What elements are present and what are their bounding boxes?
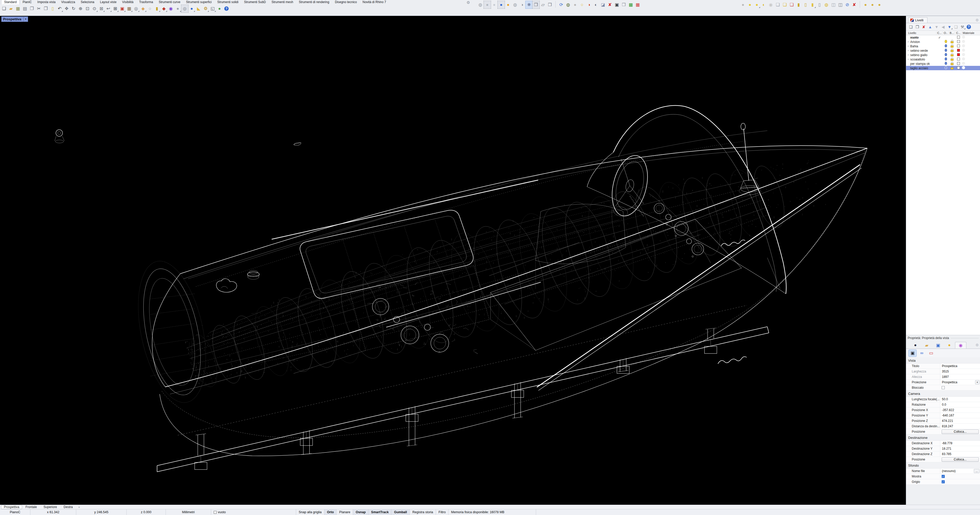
layer-current-cell[interactable]: ✓ bbox=[937, 36, 943, 40]
layer-expand-icon[interactable]: > bbox=[907, 54, 910, 56]
layer-color-cell[interactable] bbox=[955, 67, 962, 70]
swap-hidden-bulb-icon[interactable]: ◐ bbox=[760, 1, 767, 8]
layer-color-cell[interactable] bbox=[955, 44, 962, 48]
layer-expand-icon[interactable]: > bbox=[907, 40, 910, 43]
toggle-gumball[interactable]: Gumball bbox=[391, 509, 410, 515]
toolbar-tab-layout-viste[interactable]: Layout viste bbox=[97, 0, 119, 5]
toolbar-tab-novità-di-rhino-7[interactable]: Novità di Rhino 7 bbox=[360, 0, 389, 5]
checkbox[interactable] bbox=[942, 386, 945, 389]
move-layer-down-icon[interactable]: ▼ bbox=[933, 24, 940, 30]
layer-color-cell[interactable] bbox=[955, 53, 962, 57]
paste-icon[interactable]: ▯ bbox=[49, 5, 56, 12]
toolbar-tab-visibilità[interactable]: Visibilità bbox=[119, 0, 136, 5]
toolbar-tab-strumenti-curve[interactable]: Strumenti curve bbox=[156, 0, 183, 5]
layer-row[interactable]: >sebino verde bbox=[906, 48, 980, 53]
layer-expand-icon[interactable]: > bbox=[907, 58, 910, 61]
undo-view-change-icon[interactable]: ↩ bbox=[105, 5, 112, 12]
viewport-tab-superiore[interactable]: Superiore bbox=[40, 505, 60, 509]
viewport-perspective[interactable]: Prospettiva ▼ bbox=[0, 16, 906, 505]
viewport-tab-destra[interactable]: Destra bbox=[60, 505, 76, 509]
toggle-registra-storia[interactable]: Registra storia bbox=[410, 509, 436, 515]
folder-tab[interactable]: ▰ bbox=[921, 342, 932, 349]
toggle-snap-alla-griglia[interactable]: Snap alla griglia bbox=[296, 509, 325, 515]
layer-material-cell[interactable] bbox=[962, 35, 980, 40]
ghosted-display-icon[interactable]: ● bbox=[491, 1, 498, 8]
layer-row[interactable]: vuoto✓ bbox=[906, 35, 980, 40]
pan-icon[interactable]: ✥ bbox=[63, 5, 70, 12]
toolbar-tab-strumenti-solidi[interactable]: Strumenti solidi bbox=[215, 0, 241, 5]
layer-row[interactable]: >Bahia bbox=[906, 44, 980, 48]
document-settings-icon[interactable]: ⚙ bbox=[202, 5, 209, 12]
hide-objects-bulb-icon[interactable]: ● bbox=[740, 1, 746, 8]
isolate-objects-bulb-icon[interactable]: ◉ bbox=[767, 1, 774, 8]
browse-button[interactable]: ... bbox=[974, 469, 980, 473]
rotate-cube-view-icon[interactable]: ⟳ bbox=[558, 1, 565, 8]
toolbar-tab-strumenti-superfici[interactable]: Strumenti superfici bbox=[183, 0, 214, 5]
layers-gear-icon[interactable]: ⚙ bbox=[975, 18, 979, 22]
layer-lock-cell[interactable] bbox=[949, 53, 955, 57]
refresh-display-icon[interactable]: ▦ bbox=[634, 1, 641, 8]
coordinate-z[interactable]: z 0.000 bbox=[127, 509, 166, 515]
copy-icon[interactable]: ❐ bbox=[42, 5, 49, 12]
unlock-objects-icon[interactable]: ▯ bbox=[802, 1, 809, 8]
show-points-frame-icon[interactable]: ◫ bbox=[837, 1, 844, 8]
layer-visibility-cell[interactable] bbox=[943, 62, 949, 66]
print-icon[interactable]: ▤ bbox=[21, 5, 28, 12]
export-with-origin-icon[interactable]: ❐ bbox=[28, 5, 35, 12]
chevron-down-icon[interactable]: ▼ bbox=[24, 17, 28, 22]
technical-display-icon[interactable]: ❒ bbox=[533, 1, 539, 8]
layer-lock-cell[interactable] bbox=[949, 40, 955, 44]
layer-row[interactable]: >Ariston bbox=[906, 40, 980, 44]
box-display-icon[interactable]: ❒ bbox=[620, 1, 627, 8]
lock-objects-icon[interactable]: ▮ bbox=[795, 1, 802, 8]
layer-material-cell[interactable] bbox=[962, 62, 980, 66]
rendered-viewport-icon[interactable]: ● bbox=[188, 5, 195, 12]
properties-gear-icon[interactable]: ⚙ bbox=[975, 343, 979, 347]
layer-material-cell[interactable] bbox=[962, 57, 980, 61]
layer-color-cell[interactable] bbox=[955, 62, 962, 66]
property-value[interactable]: 1897 bbox=[940, 374, 980, 379]
layer-visibility-cell[interactable] bbox=[943, 53, 949, 57]
toolbar-tab-pianic[interactable]: PianiC bbox=[20, 0, 35, 5]
layer-lock-cell[interactable] bbox=[949, 62, 955, 66]
layer-isolate-bulb-icon[interactable]: ● bbox=[876, 1, 883, 8]
layer-expand-icon[interactable]: > bbox=[907, 49, 910, 52]
property-value[interactable] bbox=[940, 385, 980, 390]
layer-visibility-cell[interactable] bbox=[943, 66, 949, 70]
zoom-dynamic-icon[interactable]: ⊕ bbox=[77, 5, 84, 12]
layer-row[interactable]: per stampa ok bbox=[906, 62, 980, 66]
cplane-indicator[interactable]: PianoC bbox=[0, 509, 30, 515]
target-links-button[interactable]: ∞ bbox=[918, 350, 926, 357]
circle-center-icon[interactable]: ◎ bbox=[133, 5, 140, 12]
layer-color-cell[interactable] bbox=[955, 58, 962, 61]
property-value[interactable]: ✓ bbox=[940, 479, 980, 484]
isolate-in-detail-icon[interactable]: ❏ bbox=[788, 1, 795, 8]
shade-selected-icon[interactable]: ◍ bbox=[565, 1, 572, 8]
rotate-view-icon[interactable]: ↻ bbox=[70, 5, 77, 12]
viewport-layout-icon[interactable]: ⊞ bbox=[112, 5, 119, 12]
layer-lock-cell[interactable] bbox=[949, 44, 955, 48]
checkbox[interactable]: ✓ bbox=[942, 480, 945, 483]
show-objects-bulb-icon[interactable]: ● bbox=[746, 1, 753, 8]
new-sublayer-icon[interactable]: ❐ bbox=[914, 24, 921, 30]
unlock-selected-icon[interactable]: ▯ bbox=[816, 1, 823, 8]
property-value[interactable]: 18.271 bbox=[940, 446, 980, 451]
layer-filter-icon[interactable]: ▼ bbox=[946, 24, 953, 30]
layer-off-bulb-icon[interactable]: ● bbox=[869, 1, 876, 8]
layer-material-cell[interactable] bbox=[962, 53, 980, 57]
toggle-planare[interactable]: Planare bbox=[337, 509, 353, 515]
toggle-filtro[interactable]: Filtro bbox=[436, 509, 449, 515]
set-cplane-icon[interactable]: ▦ bbox=[126, 5, 133, 12]
layer-visibility-cell[interactable] bbox=[943, 49, 949, 52]
layer-row[interactable]: >scoaiattolo bbox=[906, 57, 980, 62]
toggle-smarttrack[interactable]: SmartTrack bbox=[369, 509, 391, 515]
info-tab[interactable]: ▣ bbox=[932, 342, 944, 349]
property-value[interactable]: 83.785 bbox=[940, 452, 980, 456]
show-in-detail-icon[interactable]: ❏ bbox=[781, 1, 788, 8]
hide-in-detail-icon[interactable]: ❏ bbox=[774, 1, 781, 8]
checkbox[interactable]: ✓ bbox=[942, 475, 945, 478]
rendered-display-icon[interactable]: ● bbox=[498, 1, 505, 8]
viewport-tab-prospettiva[interactable]: Prospettiva bbox=[1, 505, 22, 509]
rgb-cube-display-icon[interactable]: ▩ bbox=[627, 1, 634, 8]
delete-disable-icon[interactable]: ✘ bbox=[851, 1, 858, 8]
